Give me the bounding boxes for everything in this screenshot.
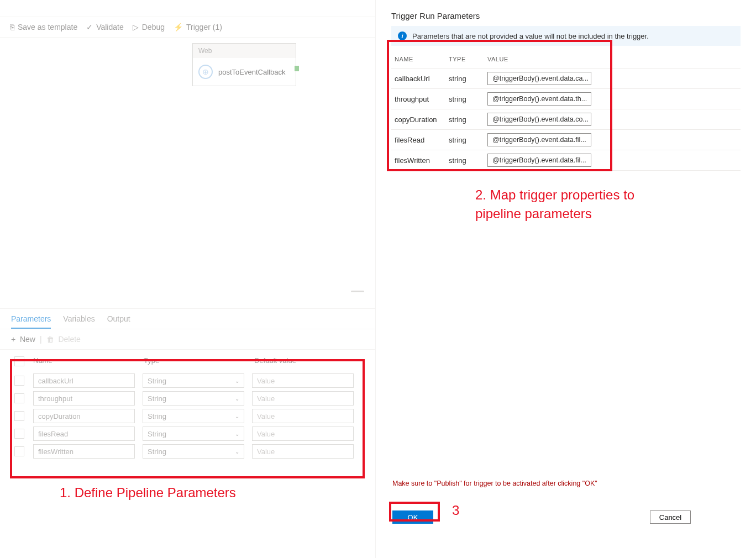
parameter-row: throughputString⌄Value [14, 389, 361, 407]
param-value-input[interactable]: Value [252, 373, 354, 388]
param-name-input[interactable]: filesWritten [33, 444, 135, 459]
trigger-param-value-input[interactable]: @triggerBody().event.data.th... [487, 92, 591, 106]
trigger-param-value-input[interactable]: @triggerBody().event.data.fil... [487, 133, 591, 146]
new-parameter-button[interactable]: + New [11, 335, 35, 344]
delete-parameter-button[interactable]: 🗑 Delete [46, 335, 81, 344]
trigger-param-value-input[interactable]: @triggerBody().event.data.fil... [487, 154, 591, 167]
play-icon: ▷ [133, 23, 139, 31]
trigger-param-name: throughput [395, 95, 449, 103]
trigger-param-name: callbackUrl [395, 75, 449, 83]
param-value-input[interactable]: Value [252, 391, 354, 406]
panel-title: Trigger Run Parameters [376, 0, 756, 26]
tab-output[interactable]: Output [107, 314, 130, 329]
param-name-input[interactable]: throughput [33, 391, 135, 406]
trigger-param-row: throughputstring@triggerBody().event.dat… [391, 89, 741, 109]
trigger-parameters-table: NAME TYPE VALUE callbackUrlstring@trigge… [391, 50, 741, 171]
trigger-param-row: copyDurationstring@triggerBody().event.d… [391, 109, 741, 130]
parameter-row: filesWrittenString⌄Value [14, 443, 361, 460]
row-checkbox[interactable] [14, 446, 24, 456]
tab-variables[interactable]: Variables [63, 314, 95, 329]
trigger-param-row: filesReadstring@triggerBody().event.data… [391, 130, 741, 150]
trigger-param-value-input[interactable]: @triggerBody().event.data.ca... [487, 72, 591, 85]
template-icon: ⎘ [10, 23, 14, 31]
bottom-tabs: Parameters Variables Output [0, 308, 375, 329]
trigger-param-type: string [449, 115, 487, 124]
param-value-input[interactable]: Value [252, 427, 354, 441]
publish-warning: Make sure to "Publish" for trigger to be… [392, 480, 597, 487]
param-name-input[interactable]: filesRead [33, 427, 135, 441]
separator: | [40, 335, 42, 344]
trigger-param-value-input[interactable]: @triggerBody().event.data.co... [487, 113, 591, 126]
trigger-param-row: filesWrittenstring@triggerBody().event.d… [391, 150, 741, 171]
pipeline-canvas[interactable]: Web ⊕ postToEventCallback [0, 38, 375, 308]
trigger-param-name: copyDuration [395, 115, 449, 124]
chevron-down-icon: ⌄ [235, 431, 239, 437]
save-template-label: Save as template [18, 23, 77, 31]
parameter-row: filesReadString⌄Value [14, 425, 361, 443]
success-connector[interactable] [295, 66, 299, 71]
col-default: Default value [254, 356, 357, 366]
select-all-checkbox[interactable] [14, 356, 24, 366]
panel-resize-handle[interactable] [351, 291, 364, 292]
info-banner: i Parameters that are not provided a val… [391, 26, 741, 46]
annotation-text-2: 2. Map trigger properties to pipeline pa… [475, 186, 669, 223]
globe-icon: ⊕ [198, 65, 213, 79]
parameter-row: callbackUrlString⌄Value [14, 372, 361, 389]
chevron-down-icon: ⌄ [235, 413, 239, 419]
param-type-select[interactable]: String⌄ [143, 409, 244, 423]
row-checkbox[interactable] [14, 411, 24, 421]
col-name: Name [33, 356, 136, 366]
delete-label: Delete [58, 335, 80, 344]
activity-node[interactable]: Web ⊕ postToEventCallback [192, 43, 296, 86]
col-type: Type [144, 356, 246, 366]
chevron-down-icon: ⌄ [235, 378, 239, 384]
lightning-icon: ⚡ [174, 23, 183, 31]
param-name-input[interactable]: copyDuration [33, 409, 135, 423]
parameter-row: copyDurationString⌄Value [14, 407, 361, 425]
annotation-text-1: 1. Define Pipeline Parameters [60, 485, 236, 501]
debug-label: Debug [142, 23, 165, 31]
param-type-select[interactable]: String⌄ [143, 391, 244, 406]
save-template-button[interactable]: ⎘ Save as template [10, 23, 77, 31]
row-checkbox[interactable] [14, 429, 24, 439]
trash-icon: 🗑 [46, 335, 54, 344]
trigger-param-type: string [449, 156, 487, 165]
trigger-param-name: filesWritten [395, 156, 449, 165]
validate-label: Validate [96, 23, 124, 31]
row-checkbox[interactable] [14, 393, 24, 403]
param-name-input[interactable]: callbackUrl [33, 373, 135, 388]
param-value-input[interactable]: Value [252, 409, 354, 423]
trigger-param-type: string [449, 75, 487, 83]
trigger-param-type: string [449, 136, 487, 144]
trigger-param-name: filesRead [395, 136, 449, 144]
chevron-down-icon: ⌄ [235, 396, 239, 402]
pipeline-toolbar: ⎘ Save as template ✓ Validate ▷ Debug ⚡ … [0, 17, 375, 38]
trigger-label: Trigger (1) [186, 23, 222, 31]
tab-parameters[interactable]: Parameters [11, 314, 51, 329]
th-name: NAME [395, 56, 449, 62]
param-value-input[interactable]: Value [252, 444, 354, 459]
row-checkbox[interactable] [14, 376, 24, 386]
ok-button[interactable]: OK [392, 510, 433, 524]
trigger-param-row: callbackUrlstring@triggerBody().event.da… [391, 69, 741, 89]
trigger-param-type: string [449, 95, 487, 103]
param-type-select[interactable]: String⌄ [143, 444, 244, 459]
cancel-button[interactable]: Cancel [650, 510, 691, 524]
new-label: New [20, 335, 35, 344]
debug-button[interactable]: ▷ Debug [133, 23, 165, 31]
parameters-grid: Name Type Default value callbackUrlStrin… [0, 350, 375, 467]
parameter-toolbar: + New | 🗑 Delete [0, 329, 375, 350]
info-icon: i [398, 31, 407, 40]
param-type-select[interactable]: String⌄ [143, 427, 244, 441]
annotation-text-3: 3 [452, 503, 459, 518]
validate-button[interactable]: ✓ Validate [86, 23, 124, 31]
th-value: VALUE [487, 56, 737, 62]
th-type: TYPE [449, 56, 487, 62]
activity-type-label: Web [193, 44, 296, 58]
param-type-select[interactable]: String⌄ [143, 373, 244, 388]
plus-icon: + [11, 335, 15, 344]
trigger-button[interactable]: ⚡ Trigger (1) [174, 23, 222, 31]
chevron-down-icon: ⌄ [235, 449, 239, 455]
activity-name: postToEventCallback [218, 68, 285, 76]
check-icon: ✓ [86, 23, 93, 31]
